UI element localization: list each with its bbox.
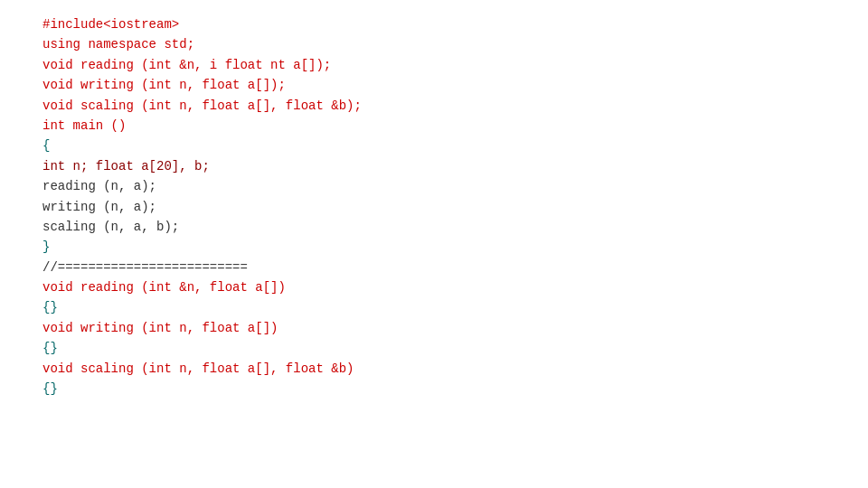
code-line-line16: void writing (int n, float a[]) [42,318,826,338]
code-line-line17: {} [42,338,826,358]
code-line-line19: {} [42,379,826,399]
code-line-line5: void scaling (int n, float a[], float &b… [42,96,826,116]
code-line-line8: int n; float a[20], b; [42,156,826,176]
code-line-line6: int main () [42,116,826,136]
code-line-line14: void reading (int &n, float a[]) [42,277,826,297]
code-line-line15: {} [42,297,826,317]
code-line-line11: scaling (n, a, b); [42,217,826,237]
code-line-line4: void writing (int n, float a[]); [42,75,826,95]
code-line-line10: writing (n, a); [42,197,826,217]
code-line-line18: void scaling (int n, float a[], float &b… [42,359,826,379]
code-line-line9: reading (n, a); [42,176,826,196]
code-line-line2: using namespace std; [42,34,826,54]
code-line-line13: //========================= [42,258,826,277]
code-display: #include<iostream>using namespace std;vo… [42,14,826,399]
code-line-line12: } [42,237,826,257]
code-line-line3: void reading (int &n, i float nt a[]); [42,55,826,75]
code-line-line1: #include<iostream> [42,14,826,34]
code-line-line7: { [42,136,826,155]
